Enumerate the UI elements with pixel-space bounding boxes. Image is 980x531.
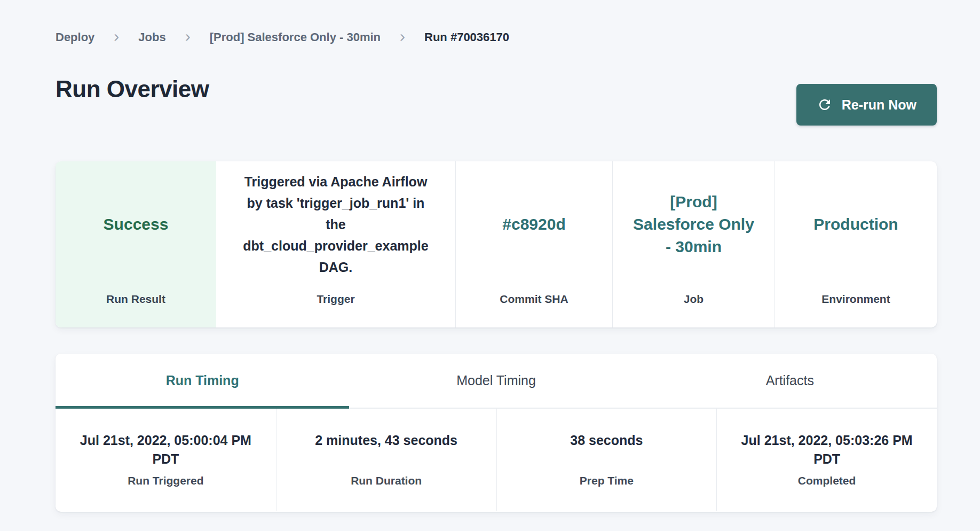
page-title: Run Overview xyxy=(56,74,209,104)
run-timing-panel: Jul 21st, 2022, 05:00:04 PM PDT Run Trig… xyxy=(56,409,937,511)
trigger-cell: Triggered via Apache Airflow by task 'tr… xyxy=(216,161,455,327)
run-triggered-value: Jul 21st, 2022, 05:00:04 PM PDT xyxy=(72,431,259,468)
chevron-right-icon: › xyxy=(400,30,405,43)
run-result-value: Success xyxy=(104,213,169,236)
job-label: Job xyxy=(613,292,774,306)
refresh-icon xyxy=(817,97,833,113)
commit-sha-label: Commit SHA xyxy=(456,292,612,306)
prep-time-cell: 38 seconds Prep Time xyxy=(496,409,717,511)
prep-time-value: 38 seconds xyxy=(512,431,700,468)
chevron-right-icon: › xyxy=(185,30,191,43)
run-triggered-cell: Jul 21st, 2022, 05:00:04 PM PDT Run Trig… xyxy=(56,409,276,511)
breadcrumb-item-deploy[interactable]: Deploy xyxy=(56,29,94,45)
environment-label: Environment xyxy=(775,292,937,306)
run-summary-card: Success Run Result Triggered via Apache … xyxy=(56,161,937,327)
run-overview-page: Deploy › Jobs › [Prod] Salesforce Only -… xyxy=(0,0,980,512)
breadcrumb-item-jobs[interactable]: Jobs xyxy=(138,29,165,45)
breadcrumb-item-job-name[interactable]: [Prod] Salesforce Only - 30min xyxy=(210,29,381,45)
trigger-value: Triggered via Apache Airflow by task 'tr… xyxy=(239,171,433,278)
environment-link[interactable]: Production xyxy=(813,213,898,236)
completed-value: Jul 21st, 2022, 05:03:26 PM PDT xyxy=(733,431,921,468)
job-link[interactable]: [Prod] Salesforce Only - 30min xyxy=(633,191,755,258)
rerun-now-button[interactable]: Re-run Now xyxy=(796,84,937,126)
chevron-right-icon: › xyxy=(114,30,119,43)
run-result-label: Run Result xyxy=(56,292,216,306)
breadcrumb-item-run-number: Run #70036170 xyxy=(424,29,509,45)
tab-model-timing[interactable]: Model Timing xyxy=(349,354,643,408)
job-cell: [Prod] Salesforce Only - 30min Job xyxy=(612,161,774,327)
run-triggered-label: Run Triggered xyxy=(56,474,276,488)
breadcrumb: Deploy › Jobs › [Prod] Salesforce Only -… xyxy=(56,29,937,45)
run-duration-label: Run Duration xyxy=(276,474,496,488)
prep-time-label: Prep Time xyxy=(497,474,717,488)
run-duration-cell: 2 minutes, 43 seconds Run Duration xyxy=(276,409,496,511)
run-details-card: Run Timing Model Timing Artifacts Jul 21… xyxy=(56,354,937,512)
trigger-label: Trigger xyxy=(216,292,455,306)
rerun-now-label: Re-run Now xyxy=(842,97,916,113)
commit-sha-cell: #c8920d Commit SHA xyxy=(455,161,612,327)
commit-sha-link[interactable]: #c8920d xyxy=(502,213,565,236)
run-duration-value: 2 minutes, 43 seconds xyxy=(293,431,480,468)
environment-cell: Production Environment xyxy=(774,161,937,327)
completed-cell: Jul 21st, 2022, 05:03:26 PM PDT Complete… xyxy=(716,409,937,511)
run-result-cell: Success Run Result xyxy=(56,161,216,327)
completed-label: Completed xyxy=(717,474,937,488)
tab-bar: Run Timing Model Timing Artifacts xyxy=(56,354,937,409)
tab-run-timing[interactable]: Run Timing xyxy=(56,354,349,408)
page-header: Run Overview Re-run Now xyxy=(56,74,937,126)
tab-artifacts[interactable]: Artifacts xyxy=(643,354,937,408)
